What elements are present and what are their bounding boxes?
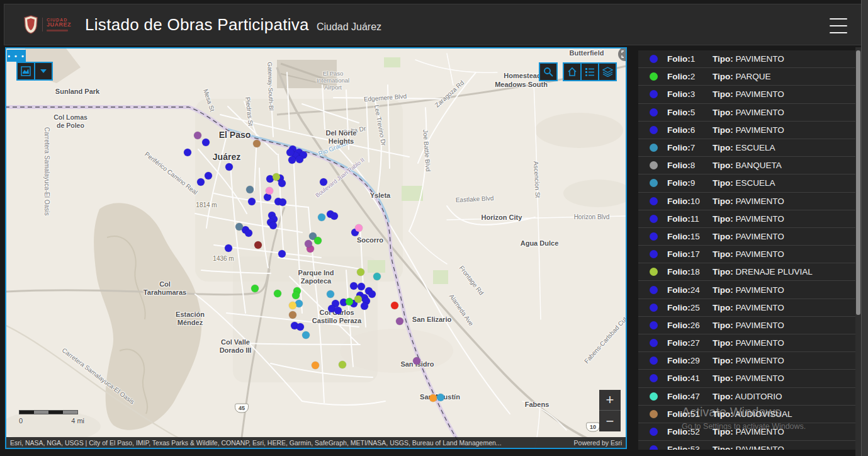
tipo-label: Tipo: PAVIMENTO bbox=[713, 214, 784, 224]
list-scrollbar-thumb[interactable] bbox=[856, 50, 860, 315]
map-point[interactable] bbox=[302, 331, 310, 339]
map-point[interactable] bbox=[248, 198, 256, 205]
crest-icon bbox=[23, 15, 38, 34]
list-item[interactable]: Folio:6Tipo: PAVIMENTO bbox=[638, 122, 856, 139]
map-point[interactable] bbox=[373, 273, 381, 280]
list-item[interactable]: Folio:15Tipo: PAVIMENTO bbox=[638, 228, 856, 246]
zoom-out-button[interactable]: − bbox=[599, 411, 621, 431]
map-point[interactable] bbox=[314, 237, 322, 244]
map-point[interactable] bbox=[245, 229, 252, 237]
legend-button[interactable] bbox=[580, 62, 599, 81]
folio-marker-icon bbox=[650, 304, 658, 312]
zoom-control: + − bbox=[599, 390, 621, 431]
list-item[interactable]: Folio:5Tipo: PAVIMENTO bbox=[638, 104, 856, 122]
map-point[interactable] bbox=[254, 241, 262, 249]
list-item[interactable]: Folio:53Tipo: PAVIMENTO bbox=[638, 441, 856, 450]
map-point[interactable] bbox=[339, 361, 346, 368]
map-point[interactable] bbox=[330, 212, 338, 220]
map-point[interactable] bbox=[296, 323, 304, 331]
map-point[interactable] bbox=[361, 302, 368, 310]
map-point[interactable] bbox=[305, 240, 312, 248]
list-item[interactable]: Folio:2Tipo: PARQUE bbox=[638, 68, 856, 86]
chevron-down-icon bbox=[40, 69, 47, 74]
list-item[interactable]: Folio:29Tipo: PAVIMENTO bbox=[638, 352, 856, 370]
map-point[interactable] bbox=[396, 317, 403, 325]
list-item[interactable]: Folio:7Tipo: ESCUELA bbox=[638, 139, 856, 157]
map-point[interactable] bbox=[288, 156, 296, 164]
map-point[interactable] bbox=[292, 292, 300, 299]
menu-hamburger-icon[interactable] bbox=[830, 17, 847, 35]
map-point[interactable] bbox=[312, 362, 319, 369]
map-point[interactable] bbox=[368, 290, 376, 298]
list-item[interactable]: Folio:11Tipo: PAVIMENTO bbox=[638, 210, 856, 228]
list-item[interactable]: Folio:26Tipo: PAVIMENTO bbox=[638, 317, 856, 334]
map-point[interactable] bbox=[273, 173, 280, 181]
list-item[interactable]: Folio:52Tipo: PAVIMENTO bbox=[638, 423, 856, 441]
layers-button[interactable] bbox=[598, 62, 617, 81]
map-point[interactable] bbox=[269, 222, 277, 229]
map-point[interactable] bbox=[235, 223, 243, 231]
map-point[interactable] bbox=[350, 282, 358, 290]
list-item[interactable]: Folio:27Tipo: PAVIMENTO bbox=[638, 334, 856, 352]
list-item[interactable]: Folio:1Tipo: PAVIMENTO bbox=[638, 50, 856, 68]
map-point[interactable] bbox=[357, 268, 364, 276]
search-button[interactable] bbox=[539, 62, 558, 81]
map-point[interactable] bbox=[274, 290, 281, 297]
list-item[interactable]: Folio:41Tipo: PAVIMENTO bbox=[638, 370, 856, 387]
attribution-text: Esri, NASA, NGA, USGS | City of El Paso,… bbox=[10, 439, 565, 447]
list-item[interactable]: Folio:3Tipo: PAVIMENTO bbox=[638, 86, 856, 103]
page-subtitle: Ciudad Juárez bbox=[317, 21, 381, 33]
map-point[interactable] bbox=[346, 298, 353, 305]
map-point[interactable] bbox=[225, 163, 233, 171]
map-point[interactable] bbox=[320, 178, 327, 186]
map-point[interactable] bbox=[296, 156, 303, 163]
map-point[interactable] bbox=[278, 180, 286, 187]
tipo-label: Tipo: PAVIMENTO bbox=[713, 445, 784, 450]
map-point[interactable] bbox=[355, 224, 363, 232]
zoom-in-button[interactable]: + bbox=[599, 390, 621, 411]
map-point[interactable] bbox=[358, 283, 365, 290]
map-point[interactable] bbox=[279, 198, 286, 206]
map-point[interactable] bbox=[253, 140, 261, 147]
map-point[interactable] bbox=[289, 311, 296, 319]
map-point[interactable] bbox=[327, 290, 334, 298]
map-point[interactable] bbox=[391, 302, 398, 309]
list-item[interactable]: Folio:10Tipo: PAVIMENTO bbox=[638, 193, 856, 210]
basemap-dropdown-button[interactable] bbox=[34, 62, 53, 81]
list-item[interactable]: Folio:51Tipo: AUDIOVISUAL bbox=[638, 406, 856, 423]
map-point[interactable] bbox=[429, 394, 437, 402]
list-item[interactable]: Folio:18Tipo: DRENAJE PLUVIAL bbox=[638, 263, 856, 281]
map-point[interactable] bbox=[437, 394, 444, 401]
page-scrollbar[interactable] bbox=[861, 0, 868, 456]
list-item[interactable]: Folio:8Tipo: BANQUETA bbox=[638, 157, 856, 174]
widget-overflow-button[interactable]: • • • bbox=[7, 50, 26, 62]
search-icon bbox=[543, 67, 553, 77]
map-point[interactable] bbox=[184, 149, 191, 156]
map-point[interactable] bbox=[205, 172, 212, 180]
powered-by-esri[interactable]: Powered by Esri bbox=[574, 439, 622, 447]
map-point[interactable] bbox=[266, 187, 273, 195]
map-point[interactable] bbox=[354, 295, 362, 303]
map-point[interactable] bbox=[202, 139, 210, 146]
map-point[interactable] bbox=[289, 302, 296, 309]
home-button[interactable] bbox=[563, 62, 582, 81]
list-item[interactable]: Folio:9Tipo: ESCUELA bbox=[638, 174, 856, 192]
list-item[interactable]: Folio:24Tipo: PAVIMENTO bbox=[638, 281, 856, 299]
list-item[interactable]: Folio:47Tipo: AUDITORIO bbox=[638, 388, 856, 406]
map-point[interactable] bbox=[334, 307, 342, 314]
map-point[interactable] bbox=[197, 178, 205, 186]
map-point[interactable] bbox=[251, 285, 259, 292]
folio-marker-icon bbox=[650, 321, 658, 329]
list-item[interactable]: Folio:25Tipo: PAVIMENTO bbox=[638, 299, 856, 317]
map-point[interactable] bbox=[278, 250, 286, 258]
map-point[interactable] bbox=[318, 214, 325, 221]
basemap-gallery-button[interactable] bbox=[16, 62, 35, 81]
map-point[interactable] bbox=[413, 357, 420, 365]
folio-marker-icon bbox=[650, 90, 658, 98]
map-point[interactable] bbox=[225, 244, 232, 252]
map-canvas[interactable]: ButterfieldHomesteadMeadows SouthSunland… bbox=[5, 47, 627, 449]
map-point[interactable] bbox=[194, 132, 201, 139]
map-point[interactable] bbox=[246, 186, 254, 193]
map-point[interactable] bbox=[286, 149, 294, 156]
list-item[interactable]: Folio:17Tipo: PAVIMENTO bbox=[638, 246, 856, 263]
